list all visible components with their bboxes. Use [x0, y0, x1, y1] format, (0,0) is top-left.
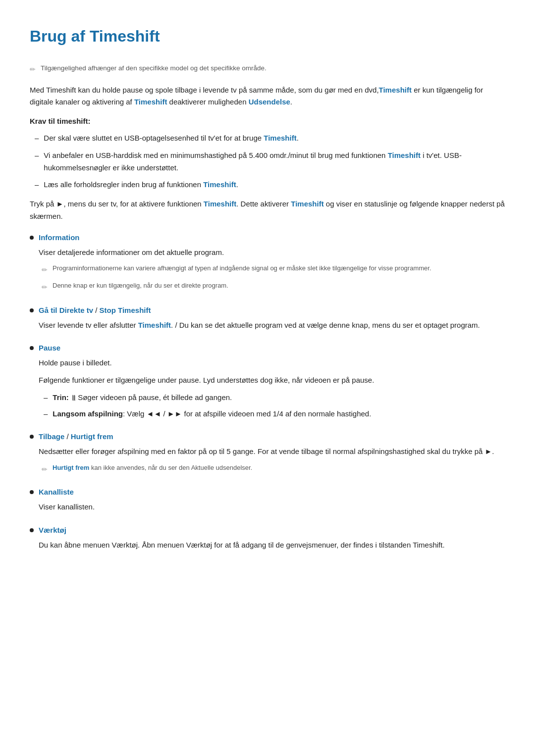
item-body-information: Viser detaljerede informationer om det a…	[30, 247, 505, 294]
bullet-dot-direkte	[30, 308, 34, 312]
vaerktoj-desc: Du kan åbne menuen Værktøj. Åbn menuen V…	[39, 539, 505, 552]
pause-sub-langsom: Langsom afspilning: Vælg ◄◄ / ►► for at …	[39, 408, 505, 420]
pause-sub-trin: Trin: ॥ Søger videoen på pause, ét bille…	[39, 392, 505, 404]
krav-heading: Krav til timeshift:	[30, 115, 505, 127]
timeshift-link-krav2[interactable]: Timeshift	[388, 151, 421, 159]
direkte-desc: Viser levende tv eller afslutter Timeshi…	[39, 319, 505, 332]
timeshift-link-trigger1[interactable]: Timeshift	[204, 200, 236, 208]
krav-item-1: Der skal være sluttet en USB-optagelsese…	[30, 132, 505, 145]
menu-list: Information Viser detaljerede informatio…	[30, 232, 505, 552]
pencil-icon-tilbage: ✏	[42, 464, 48, 475]
information-desc: Viser detaljerede informationer om det a…	[39, 247, 505, 259]
item-label-kanalliste: Kanalliste	[39, 486, 74, 498]
pause-desc2: Følgende funktioner er tilgængelige unde…	[39, 374, 505, 387]
item-label-vaerktoj: Værktøj	[39, 524, 66, 536]
bullet-dot-vaerktoj	[30, 528, 34, 532]
page-title: Brug af Timeshift	[30, 24, 505, 49]
item-body-direkte: Viser levende tv eller afslutter Timeshi…	[30, 319, 505, 332]
tilbage-desc: Nedsætter eller forøger afspilning med e…	[39, 446, 505, 458]
timeshift-link-2[interactable]: Timeshift	[134, 98, 167, 106]
kanalliste-desc: Viser kanallisten.	[39, 501, 505, 513]
item-body-pause: Holde pause i billedet. Følgende funktio…	[30, 357, 505, 420]
bullet-dot	[30, 236, 34, 240]
item-label-information: Information	[39, 232, 80, 244]
item-label-pause: Pause	[39, 342, 60, 354]
intro-note-text: Tilgængelighed afhænger af den specifikk…	[41, 63, 267, 74]
pause-desc1: Holde pause i billedet.	[39, 357, 505, 369]
tilbage-note: ✏ Hurtigt frem kan ikke anvendes, når du…	[39, 463, 505, 475]
udsendelse-link[interactable]: Udsendelse	[249, 98, 290, 106]
pause-sub-list: Trin: ॥ Søger videoen på pause, ét bille…	[39, 392, 505, 420]
menu-item-kanalliste: Kanalliste Viser kanallisten.	[30, 486, 505, 513]
krav-item-2: Vi anbefaler en USB-harddisk med en mini…	[30, 150, 505, 174]
information-note-1: ✏ Programinformationerne kan variere afh…	[39, 263, 505, 276]
hurtigt-frem-link[interactable]: Hurtigt frem	[53, 464, 89, 471]
timeshift-link-trigger2[interactable]: Timeshift	[291, 200, 323, 208]
pencil-icon-info2: ✏	[42, 282, 48, 293]
pencil-icon-info1: ✏	[42, 264, 48, 276]
pencil-icon: ✏	[30, 64, 36, 75]
item-body-tilbage: Nedsætter eller forøger afspilning med e…	[30, 446, 505, 475]
krav-list: Der skal være sluttet en USB-optagelsese…	[30, 132, 505, 191]
item-body-kanalliste: Viser kanallisten.	[30, 501, 505, 513]
item-label-direkte: Gå til Direkte tv / Stop Timeshift	[39, 304, 151, 316]
timeshift-link-1[interactable]: Timeshift	[379, 86, 412, 94]
trigger-paragraph: Tryk på ►, mens du ser tv, for at aktive…	[30, 198, 505, 223]
information-note-2: ✏ Denne knap er kun tilgængelig, når du …	[39, 281, 505, 293]
item-body-vaerktoj: Du kan åbne menuen Værktøj. Åbn menuen V…	[30, 539, 505, 552]
krav-item-3: Læs alle forholdsregler inden brug af fu…	[30, 179, 505, 191]
menu-item-tilbage: Tilbage / Hurtigt frem Nedsætter eller f…	[30, 431, 505, 475]
bullet-dot-kanalliste	[30, 490, 34, 494]
timeshift-link-krav1[interactable]: Timeshift	[264, 134, 296, 142]
menu-item-pause: Pause Holde pause i billedet. Følgende f…	[30, 342, 505, 420]
menu-item-information: Information Viser detaljerede informatio…	[30, 232, 505, 294]
timeshift-link-direkte[interactable]: Timeshift	[138, 321, 171, 329]
bullet-dot-pause	[30, 346, 34, 350]
intro-paragraph: Med Timeshift kan du holde pause og spol…	[30, 84, 505, 109]
intro-note: ✏ Tilgængelighed afhænger af den specifi…	[30, 63, 505, 75]
menu-item-vaerktoj: Værktøj Du kan åbne menuen Værktøj. Åbn …	[30, 524, 505, 552]
timeshift-link-krav3[interactable]: Timeshift	[203, 180, 236, 189]
bullet-dot-tilbage	[30, 435, 34, 439]
item-label-tilbage: Tilbage / Hurtigt frem	[39, 431, 113, 443]
menu-item-direkte: Gå til Direkte tv / Stop Timeshift Viser…	[30, 304, 505, 332]
